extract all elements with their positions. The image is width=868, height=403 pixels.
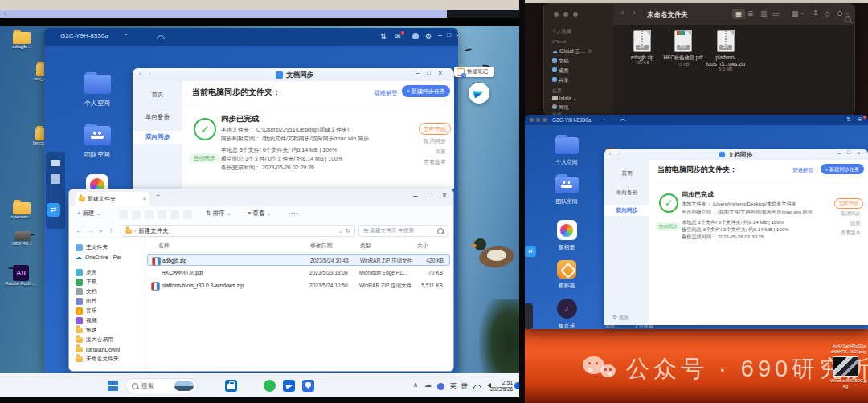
sidebar-item-home[interactable]: 主文件夹 <box>69 242 145 252</box>
sidebar-item-videos[interactable]: 视频 <box>69 315 145 325</box>
sync-nav-oneway[interactable]: 单向备份 <box>604 189 649 197</box>
file-row[interactable]: HKC校色信息.pdf 2023/5/23 18:08 Microsoft Ed… <box>147 267 450 279</box>
sidebar-item-onedrive[interactable]: OneDrive - Per <box>69 252 145 262</box>
messages-icon[interactable] <box>395 32 401 40</box>
share-icon[interactable] <box>170 210 179 219</box>
sync-nav-twoway[interactable]: 双向同步 <box>133 131 182 144</box>
nas-device-icon[interactable] <box>51 160 60 166</box>
new-tab-button[interactable] <box>156 192 160 200</box>
new-button[interactable]: 新建 <box>77 210 101 218</box>
tray-overflow-icon[interactable] <box>413 381 418 389</box>
cut-icon[interactable] <box>119 210 128 219</box>
cancel-sync-link[interactable]: 取消同步 <box>424 137 446 145</box>
settings-link[interactable]: 设置 <box>435 148 446 156</box>
nas-app-music[interactable]: 极音乐 <box>542 299 591 329</box>
finder-sidebar-documents[interactable]: 文稿 <box>552 58 569 65</box>
nas-app-personal-space[interactable]: 个人空间 <box>542 137 591 166</box>
view-button[interactable]: 查看 <box>248 210 272 218</box>
tab-close-icon[interactable] <box>143 196 146 202</box>
transfer-list-icon[interactable] <box>380 32 387 40</box>
view-version-link[interactable]: 查看版本 <box>841 230 861 237</box>
column-name[interactable]: 名称 <box>158 242 170 250</box>
finder-sidebar-network[interactable]: 网络 <box>552 104 569 112</box>
maximize-button[interactable] <box>428 191 432 199</box>
transfer-float-button[interactable]: ⇄ <box>525 246 536 257</box>
column-size[interactable]: 大小 <box>417 242 428 250</box>
close-button[interactable] <box>438 69 442 77</box>
close-button[interactable] <box>442 191 447 200</box>
sync-nav-home[interactable]: 首页 <box>604 169 649 177</box>
sync-nav-oneway[interactable]: 单向备份 <box>133 113 182 121</box>
sidebar-item-desktop[interactable]: 桌面 <box>69 267 145 277</box>
file-row[interactable]: adbgjb.zip 2023/5/24 10:43 WinRAR ZIP 压缩… <box>147 254 450 266</box>
nav-back-icon[interactable] <box>609 150 612 157</box>
sidebar-item-downloads[interactable]: 下载 <box>69 277 145 287</box>
finder-sidebar-desktop[interactable]: 桌面 <box>552 67 569 75</box>
new-sync-task-button[interactable]: + 新建同步任务 <box>821 164 864 174</box>
list-view-icon[interactable] <box>747 10 754 18</box>
close-button[interactable] <box>857 149 861 157</box>
new-sync-task-button[interactable]: + 新建同步任务 <box>402 85 450 97</box>
group-by-icon[interactable] <box>792 10 799 18</box>
tray-teams-icon[interactable] <box>437 383 444 390</box>
maximize-button[interactable] <box>447 31 451 39</box>
nas-app-photos[interactable]: 极相册 <box>542 220 591 251</box>
tray-clock[interactable]: 2:51 2023/5/26 <box>490 380 513 393</box>
sync-nav-twoway[interactable]: 双向同步 <box>604 205 649 216</box>
rename-icon[interactable] <box>158 210 166 219</box>
finder-sidebar-icloud[interactable]: iCloud 云… <box>552 48 592 55</box>
zoom-traffic-light[interactable] <box>573 12 578 17</box>
nas-app-team-space[interactable]: 团队空间 <box>542 177 591 206</box>
faq-link[interactable]: 疑难解答 <box>792 167 813 174</box>
recent-icon[interactable] <box>98 226 104 234</box>
sidebar-item-music[interactable]: 音乐 <box>69 306 145 315</box>
sidebar-item-documents[interactable]: 文档 <box>69 287 145 296</box>
sync-nav-home[interactable]: 首页 <box>133 91 182 99</box>
taskbar-blue-app-icon[interactable] <box>283 380 295 392</box>
zoom-traffic-light[interactable] <box>542 118 547 122</box>
minimize-button[interactable] <box>413 191 418 200</box>
finder-search-icon[interactable] <box>845 16 851 22</box>
desktop-icon-audition[interactable]: Au Adobe Audit… <box>3 265 39 286</box>
server-switch-chevron-icon[interactable] <box>602 116 606 121</box>
minimize-button[interactable] <box>837 149 841 157</box>
sort-button[interactable]: 排序 <box>206 210 231 218</box>
desktop-photo-file[interactable]: WechatIMG500.jp eg <box>830 356 861 389</box>
explorer-search-box[interactable]: 在 新建文件夹 中搜索 <box>358 225 448 237</box>
taskbar-green-app-icon[interactable] <box>264 380 276 392</box>
app-grid-icon[interactable] <box>51 174 60 184</box>
finder-sidebar-shared[interactable]: 共享 <box>552 77 569 84</box>
icon-view-icon[interactable] <box>732 9 745 19</box>
file-row[interactable]: platform-tools_r33.0.3-windows.zip 2023/… <box>147 280 450 291</box>
up-icon[interactable] <box>109 226 113 234</box>
faq-link[interactable]: 疑难解答 <box>374 89 398 97</box>
back-icon[interactable] <box>76 226 83 234</box>
minimize-button[interactable] <box>416 69 420 77</box>
delete-icon[interactable] <box>183 210 192 219</box>
transfer-list-icon[interactable] <box>846 116 851 123</box>
floating-assistant-button[interactable] <box>469 83 489 104</box>
settings-gear-icon[interactable] <box>425 32 432 40</box>
maximize-button[interactable] <box>427 69 431 76</box>
desktop-icon-usb[interactable]: usbr 40… <box>5 231 40 246</box>
sidebar-item-folder-1[interactable]: 龟速 <box>69 325 145 335</box>
explorer-active-tab[interactable]: 新建文件夹 <box>76 192 149 206</box>
transfer-float-button[interactable]: ⇄ <box>47 203 60 217</box>
sync-footer-settings[interactable]: 设置 <box>612 314 629 321</box>
sidebar-item-folder-3[interactable]: jianpianDownl <box>69 344 145 354</box>
tray-onedrive-icon[interactable] <box>424 381 432 389</box>
sidebar-item-folder-2[interactable]: 泼大心易用 <box>69 335 145 344</box>
address-dropdown-icon[interactable] <box>338 228 343 234</box>
eject-icon[interactable] <box>573 96 577 101</box>
ime-language-en[interactable]: 英 <box>450 381 457 390</box>
refresh-icon[interactable] <box>346 227 350 234</box>
more-options-icon[interactable] <box>291 210 297 217</box>
desktop-icon-folder-4[interactable]: openwrt… <box>2 202 41 219</box>
minimize-button[interactable] <box>438 31 442 39</box>
finder-file-zip2[interactable]: ZIP platform-tools_r3...ows.zip 5.9 MB <box>703 30 748 71</box>
start-now-button[interactable]: 立即开始 <box>834 198 863 209</box>
forward-icon[interactable] <box>87 226 94 234</box>
column-date[interactable]: 修改日期 <box>310 242 332 250</box>
nas-app-personal-space[interactable]: 个人空间 <box>68 75 126 108</box>
finder-forward-icon[interactable] <box>633 8 635 17</box>
